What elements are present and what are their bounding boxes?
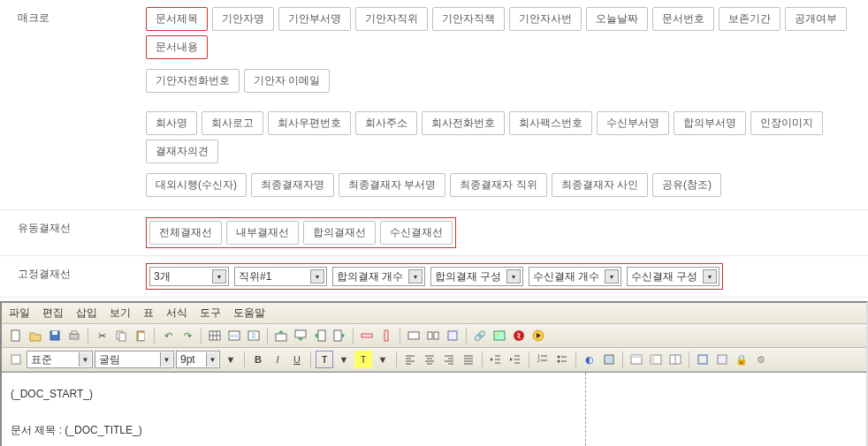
macro-button[interactable]: 오늘날짜 bbox=[586, 7, 648, 31]
row-below-icon[interactable] bbox=[292, 327, 309, 344]
macro-button[interactable]: 회사우편번호 bbox=[268, 111, 351, 135]
fixedline-select[interactable]: 합의결재 개수▾ bbox=[332, 267, 425, 286]
style-select[interactable]: 표준▼ bbox=[27, 351, 93, 368]
undo-icon[interactable]: ↶ bbox=[159, 327, 177, 344]
layout1-icon[interactable] bbox=[628, 351, 645, 368]
macro-button[interactable]: 공개여부 bbox=[785, 7, 847, 31]
indent-icon[interactable] bbox=[506, 351, 524, 368]
macro-button[interactable]: 문서번호 bbox=[652, 7, 714, 31]
macro-button[interactable]: 최종결재자 부서명 bbox=[339, 173, 445, 197]
macro-button[interactable]: 회사주소 bbox=[355, 111, 417, 135]
fixedline-select[interactable]: 3개▾ bbox=[149, 267, 229, 286]
macro-button[interactable]: 보존기간 bbox=[719, 7, 780, 31]
menu-item[interactable]: 서식 bbox=[166, 306, 187, 321]
macro-button[interactable]: 최종결재자명 bbox=[251, 173, 334, 197]
macro-button[interactable]: 대외시행(수신자) bbox=[146, 173, 247, 197]
underline-icon[interactable]: U bbox=[288, 351, 306, 368]
redo-icon[interactable]: ↷ bbox=[179, 327, 196, 344]
size-select[interactable]: 9pt▼ bbox=[176, 351, 220, 368]
table-col-icon[interactable] bbox=[245, 327, 263, 344]
align-justify-icon[interactable] bbox=[460, 351, 477, 368]
macro-button[interactable]: 문서제목 bbox=[146, 7, 208, 31]
macro-button[interactable]: 공유(참조) bbox=[652, 173, 721, 197]
macro-button[interactable]: 기안자 이메일 bbox=[244, 69, 330, 93]
lock-icon[interactable]: 🔒 bbox=[733, 351, 750, 368]
flowline-button[interactable]: 전체결재선 bbox=[149, 221, 222, 245]
bg-color-dropdown-icon[interactable]: ▼ bbox=[374, 351, 392, 368]
macro-button[interactable]: 기안자사번 bbox=[509, 7, 582, 31]
table-bg-icon[interactable] bbox=[600, 351, 618, 368]
col-right-icon[interactable] bbox=[331, 327, 348, 344]
del-col-icon[interactable] bbox=[377, 327, 395, 344]
macro-button[interactable]: 기안자전화번호 bbox=[146, 69, 240, 93]
macro-button[interactable]: 최종결재자 직위 bbox=[450, 173, 546, 197]
flash-icon[interactable] bbox=[510, 327, 528, 344]
macro-button[interactable]: 회사로고 bbox=[202, 111, 263, 135]
settings-icon[interactable]: ⚙ bbox=[752, 351, 770, 368]
menu-item[interactable]: 도구 bbox=[200, 306, 221, 321]
macro-button[interactable]: 합의부서명 bbox=[674, 111, 746, 135]
menu-item[interactable]: 도움말 bbox=[233, 306, 265, 321]
size-dropdown-icon[interactable]: ▼ bbox=[222, 351, 240, 368]
italic-icon[interactable]: I bbox=[269, 351, 286, 368]
print-icon[interactable] bbox=[65, 327, 83, 344]
open-icon[interactable] bbox=[27, 327, 44, 344]
menu-item[interactable]: 편집 bbox=[42, 306, 64, 321]
del-row-icon[interactable] bbox=[358, 327, 376, 344]
macro-button[interactable]: 회사명 bbox=[146, 111, 197, 135]
image-icon[interactable] bbox=[491, 327, 508, 344]
paste-icon[interactable] bbox=[132, 327, 149, 344]
macro-button[interactable]: 최종결재자 사인 bbox=[552, 173, 648, 197]
align-center-icon[interactable] bbox=[421, 351, 438, 368]
align-left-icon[interactable] bbox=[401, 351, 419, 368]
macro-button[interactable]: 기안자직책 bbox=[432, 7, 505, 31]
fixedline-select[interactable]: 합의결재 구성▾ bbox=[430, 267, 523, 286]
link-icon[interactable]: 🔗 bbox=[471, 327, 489, 344]
table-row-icon[interactable] bbox=[225, 327, 243, 344]
table-insert-icon[interactable] bbox=[206, 327, 224, 344]
fixedline-select[interactable]: 수신결재 구성▾ bbox=[627, 267, 720, 286]
macro-button[interactable]: 회사팩스번호 bbox=[509, 111, 592, 135]
macro-button[interactable]: 문서내용 bbox=[146, 35, 208, 59]
fixedline-select[interactable]: 직위#1▾ bbox=[234, 267, 327, 286]
layout2-icon[interactable] bbox=[647, 351, 665, 368]
media-icon[interactable] bbox=[529, 327, 547, 344]
menu-item[interactable]: 표 bbox=[143, 306, 154, 321]
ordered-list-icon[interactable]: 12 bbox=[534, 351, 552, 368]
macro-button[interactable]: 기안자명 bbox=[212, 7, 274, 31]
editor-body[interactable]: (_DOC_START_) 문서 제목 : (_DOC_TITLE_) 기안자명… bbox=[2, 372, 866, 446]
macro-button[interactable]: 인장이미지 bbox=[750, 111, 823, 135]
merge-icon[interactable] bbox=[405, 327, 423, 344]
split-icon[interactable] bbox=[424, 327, 442, 344]
new-doc-icon[interactable] bbox=[7, 327, 25, 344]
outdent-icon[interactable] bbox=[487, 351, 505, 368]
flowline-button[interactable]: 내부결재선 bbox=[226, 221, 299, 245]
row-above-icon[interactable] bbox=[272, 327, 290, 344]
align-right-icon[interactable] bbox=[440, 351, 458, 368]
flowline-button[interactable]: 합의결재선 bbox=[303, 221, 376, 245]
menu-item[interactable]: 파일 bbox=[9, 306, 30, 321]
bg-color-icon[interactable]: T bbox=[354, 351, 372, 368]
fixedline-select[interactable]: 수신결재 개수▾ bbox=[529, 267, 621, 286]
font-color-dropdown-icon[interactable]: ▼ bbox=[335, 351, 353, 368]
save-icon[interactable] bbox=[46, 327, 64, 344]
copy-icon[interactable] bbox=[112, 327, 130, 344]
bold-icon[interactable]: B bbox=[249, 351, 267, 368]
special-char-icon[interactable]: ◐ bbox=[581, 351, 598, 368]
macro-button[interactable]: 결재자의견 bbox=[146, 140, 218, 163]
flowline-button[interactable]: 수신결재선 bbox=[380, 221, 453, 245]
macro-button[interactable]: 기안자직위 bbox=[355, 7, 428, 31]
macro-button[interactable]: 수신부서명 bbox=[597, 111, 669, 135]
cut-icon[interactable]: ✂ bbox=[93, 327, 110, 344]
menu-item[interactable]: 삽입 bbox=[76, 306, 97, 321]
font-select[interactable]: 굴림▼ bbox=[95, 351, 174, 368]
format-clear-icon[interactable] bbox=[7, 351, 25, 368]
macro-button[interactable]: 회사전화번호 bbox=[422, 111, 505, 135]
fullscreen-icon[interactable] bbox=[694, 351, 712, 368]
cell-props-icon[interactable] bbox=[444, 327, 461, 344]
col-left-icon[interactable] bbox=[311, 327, 329, 344]
font-color-icon[interactable]: T bbox=[316, 351, 333, 368]
layout3-icon[interactable] bbox=[666, 351, 684, 368]
unordered-list-icon[interactable] bbox=[553, 351, 571, 368]
edit-mode-icon[interactable] bbox=[713, 351, 731, 368]
